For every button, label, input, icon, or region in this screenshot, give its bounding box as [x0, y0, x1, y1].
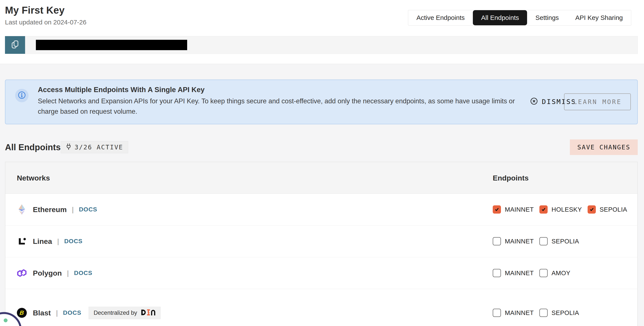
checkbox-box	[540, 205, 548, 214]
api-key-field[interactable]	[25, 36, 638, 54]
checkbox-label: AMOY	[552, 270, 570, 277]
checkbox-ethereum-holesky[interactable]: HOLESKY	[540, 205, 582, 214]
table-row-polygon: Polygon | DOCS MAINNET AMOY	[6, 257, 637, 289]
checkbox-linea-mainnet[interactable]: MAINNET	[493, 237, 534, 245]
checkbox-box	[588, 205, 596, 214]
checkbox-linea-sepolia[interactable]: SEPOLIA	[540, 237, 579, 245]
din-badge-text: Decentralized by	[94, 310, 137, 316]
din-logo-icon	[140, 309, 156, 316]
api-key-redaction-bar	[36, 40, 187, 50]
section-title: All Endpoints	[5, 140, 61, 155]
ethereum-logo-icon	[17, 204, 27, 215]
tab-api-key-sharing[interactable]: API Key Sharing	[567, 10, 631, 25]
network-name: Ethereum	[33, 205, 67, 214]
checkbox-label: MAINNET	[505, 238, 534, 245]
active-count-badge: 3/26 ACTIVE	[61, 141, 128, 153]
checkbox-box	[493, 269, 501, 277]
info-bubble	[15, 89, 28, 102]
endpoint-options: MAINNET SEPOLIA	[493, 289, 585, 326]
checkbox-blast-mainnet[interactable]: MAINNET	[493, 309, 534, 317]
plug-icon	[66, 143, 72, 151]
separator: |	[56, 309, 58, 317]
checkbox-label: MAINNET	[505, 270, 534, 277]
page-title: My First Key	[5, 4, 64, 16]
network-name: Blast	[33, 309, 51, 317]
checkbox-label: SEPOLIA	[552, 309, 579, 316]
network-name: Linea	[33, 237, 52, 246]
tab-active-endpoints[interactable]: Active Endpoints	[408, 10, 473, 25]
decentralized-by-din-badge: Decentralized by	[88, 307, 160, 319]
checkbox-polygon-mainnet[interactable]: MAINNET	[493, 269, 534, 277]
checkbox-box	[540, 309, 548, 317]
column-header-networks: Networks	[17, 162, 50, 194]
column-header-endpoints: Endpoints	[493, 162, 528, 194]
checkbox-box	[493, 309, 501, 317]
blast-logo-icon: B	[17, 308, 27, 318]
network-name: Polygon	[33, 269, 62, 277]
endpoint-options: MAINNET HOLESKY SEPOLIA	[493, 194, 633, 225]
checkbox-label: MAINNET	[505, 206, 534, 213]
endpoint-options: MAINNET AMOY	[493, 257, 576, 289]
linea-logo-icon	[17, 236, 27, 247]
learn-more-button[interactable]: LEARN MORE	[564, 94, 631, 110]
checkbox-ethereum-mainnet[interactable]: MAINNET	[493, 205, 534, 214]
checkbox-label: HOLESKY	[552, 206, 582, 213]
tab-settings[interactable]: Settings	[527, 10, 567, 25]
checkbox-box	[493, 237, 501, 245]
docs-link-polygon[interactable]: DOCS	[74, 270, 92, 276]
endpoints-table: Networks Endpoints Ethereum | DOCS	[5, 162, 638, 326]
checkbox-ethereum-sepolia[interactable]: SEPOLIA	[588, 205, 627, 214]
copy-button[interactable]	[5, 36, 25, 54]
info-circle-icon	[18, 91, 26, 100]
api-key-row	[5, 36, 638, 54]
separator: |	[72, 206, 74, 214]
page-header: My First Key Last updated on 2024-07-26 …	[0, 0, 644, 64]
docs-link-blast[interactable]: DOCS	[63, 309, 81, 316]
active-count-label: 3/26 ACTIVE	[74, 144, 123, 151]
banner-body: Select Networks and Expansion APIs for y…	[38, 96, 516, 117]
checkbox-polygon-amoy[interactable]: AMOY	[540, 269, 570, 277]
polygon-logo-icon	[17, 268, 27, 278]
checkbox-label: SEPOLIA	[552, 238, 579, 245]
separator: |	[67, 269, 69, 277]
tab-bar: Active Endpoints All Endpoints Settings …	[408, 10, 631, 26]
checkbox-box	[493, 205, 501, 214]
save-changes-button[interactable]: SAVE CHANGES	[570, 140, 638, 155]
table-row-ethereum: Ethereum | DOCS MAINNET HOLESKY	[6, 194, 637, 226]
table-row-linea: Linea | DOCS MAINNET SEPOLIA	[6, 226, 637, 257]
main-content: Access Multiple Endpoints With A Single …	[0, 64, 644, 326]
close-circle-icon	[530, 97, 538, 106]
copy-icon	[10, 40, 20, 50]
checkbox-blast-sepolia[interactable]: SEPOLIA	[540, 309, 579, 317]
checkbox-box	[540, 269, 548, 277]
checkbox-label: MAINNET	[505, 309, 534, 316]
table-row-blast: B Blast | DOCS Decentralized by	[6, 289, 637, 326]
banner-title: Access Multiple Endpoints With A Single …	[38, 86, 205, 94]
checkbox-label: SEPOLIA	[600, 206, 627, 213]
endpoint-options: MAINNET SEPOLIA	[493, 226, 585, 257]
separator: |	[57, 237, 59, 245]
table-header: Networks Endpoints	[6, 162, 637, 194]
info-banner: Access Multiple Endpoints With A Single …	[5, 80, 638, 124]
tab-all-endpoints[interactable]: All Endpoints	[473, 10, 527, 25]
last-updated-text: Last updated on 2024-07-26	[5, 18, 86, 26]
docs-link-ethereum[interactable]: DOCS	[79, 206, 97, 213]
docs-link-linea[interactable]: DOCS	[64, 238, 82, 245]
checkbox-box	[540, 237, 548, 245]
